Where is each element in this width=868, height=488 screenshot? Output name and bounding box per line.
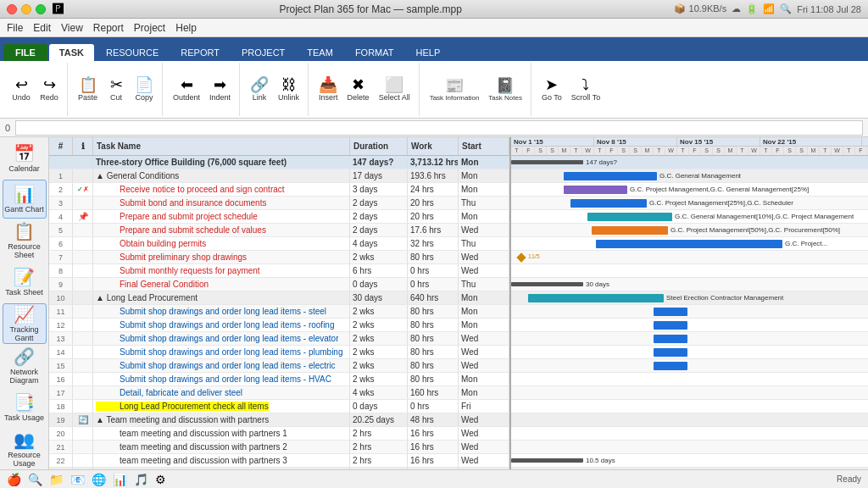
task-name[interactable]: Submit preliminary shop drawings — [93, 251, 350, 263]
table-row[interactable]: 20team meeting and discussion with partn… — [49, 427, 509, 441]
th-duration[interactable]: Duration — [350, 137, 408, 155]
th-start[interactable]: Start — [459, 137, 509, 155]
table-row[interactable]: 16Submit shop drawings and order long le… — [49, 373, 509, 386]
gantt-bar — [654, 321, 687, 330]
tab-task[interactable]: TASK — [49, 44, 94, 61]
table-row[interactable]: 12Submit shop drawings and order long le… — [49, 319, 509, 332]
task-name[interactable]: team meeting and discussion with partner… — [93, 454, 350, 467]
sidebar-item-task-usage[interactable]: 📑 Task Usage — [3, 388, 47, 427]
indent-button[interactable]: ➡ Indent — [206, 75, 234, 103]
table-row[interactable]: 6Obtain building permits4 days32 hrsThu — [49, 237, 509, 251]
sidebar-item-calendar[interactable]: 📅 Calendar — [3, 139, 47, 178]
task-name[interactable]: Three-story Office Building (76,000 squa… — [93, 156, 350, 169]
table-row[interactable]: 7Submit preliminary shop drawings2 wks80… — [49, 251, 509, 264]
gantt-row: 10.5 days — [511, 454, 868, 468]
table-row[interactable]: 10▲ Long Lead Procurement30 days640 hrsM… — [49, 291, 509, 305]
task-name[interactable]: Submit bond and insurance documents — [93, 197, 350, 209]
select-all-button[interactable]: ⬜ Select All — [376, 75, 414, 103]
table-row[interactable]: 19🔄▲ Team meeting and discussion with pa… — [49, 413, 509, 427]
table-row[interactable]: 3Submit bond and insurance documents2 da… — [49, 197, 509, 210]
task-name[interactable]: Receive notice to proceed and sign contr… — [93, 183, 350, 196]
table-row[interactable]: 1▲ General Conditions17 days193.6 hrsMon — [49, 169, 509, 183]
menu-item-help[interactable]: Help — [175, 22, 197, 34]
close-button[interactable] — [7, 4, 17, 14]
sidebar-item-gantt[interactable]: 📊 Gantt Chart — [3, 180, 47, 219]
copy-button[interactable]: 📄 Copy — [131, 75, 157, 103]
task-name[interactable]: Submit shop drawings and order long lead… — [93, 332, 350, 345]
menu-item-edit[interactable]: Edit — [33, 22, 51, 34]
task-name[interactable]: Submit monthly requests for payment — [93, 264, 350, 277]
unlink-button[interactable]: ⛓ Unlink — [275, 75, 303, 103]
table-row[interactable]: 17Detail, fabricate and deliver steel4 w… — [49, 386, 509, 400]
insert-button[interactable]: 📥 Insert — [315, 75, 342, 103]
tab-project[interactable]: PROJECT — [231, 44, 295, 61]
task-duration: 2 hrs — [350, 454, 408, 467]
task-name[interactable]: Submit shop drawings and order long lead… — [93, 359, 350, 372]
task-name[interactable]: Detail, fabricate and deliver steel — [93, 386, 350, 399]
delete-button[interactable]: ✖ Delete — [344, 75, 373, 103]
tab-format[interactable]: FORMAT — [345, 44, 404, 61]
table-row[interactable]: Three-story Office Building (76,000 squa… — [49, 156, 509, 169]
undo-button[interactable]: ↩ Undo — [8, 75, 34, 103]
table-row[interactable]: 13Submit shop drawings and order long le… — [49, 332, 509, 346]
outdent-button[interactable]: ⬅ Outdent — [170, 75, 203, 103]
scroll-to-button[interactable]: ⤵ Scroll To — [568, 75, 604, 103]
menu-item-view[interactable]: View — [61, 22, 83, 34]
task-name[interactable]: Prepare and submit project schedule — [93, 210, 350, 223]
maximize-button[interactable] — [36, 4, 46, 14]
th-work[interactable]: Work — [408, 137, 459, 155]
ribbon-group-undo: ↩ Undo ↪ Redo — [3, 63, 68, 116]
task-name[interactable]: ▲ Long Lead Procurement — [93, 291, 350, 304]
tab-resource[interactable]: RESOURCE — [96, 44, 169, 61]
table-row[interactable]: 14Submit shop drawings and order long le… — [49, 346, 509, 359]
task-name[interactable]: Final General Condition — [93, 278, 350, 291]
task-name[interactable]: team meeting and discussion with partner… — [93, 441, 350, 453]
sidebar-item-network-diagram[interactable]: 🔗 Network Diagram — [3, 346, 47, 386]
sidebar-item-resource-usage[interactable]: 👥 Resource Usage — [3, 429, 47, 469]
table-row[interactable]: 8Submit monthly requests for payment6 hr… — [49, 264, 509, 278]
table-row[interactable]: 9Final General Condition0 days0 hrsThu — [49, 278, 509, 291]
gantt-row — [511, 373, 868, 386]
table-row[interactable]: 11Submit shop drawings and order long le… — [49, 305, 509, 319]
table-row[interactable]: 23▲ Mobilize on Site10.5 days104 hrsThu — [49, 468, 509, 469]
table-row[interactable]: 2✓✗Receive notice to proceed and sign co… — [49, 183, 509, 197]
sidebar-item-task-sheet[interactable]: 📝 Task Sheet — [3, 263, 47, 302]
task-name[interactable]: Obtain building permits — [93, 237, 350, 250]
paste-button[interactable]: 📋 Paste — [75, 75, 101, 103]
task-name[interactable]: ▲ General Conditions — [93, 169, 350, 182]
link-button[interactable]: 🔗 Link — [247, 75, 272, 103]
tab-report[interactable]: REPORT — [170, 44, 230, 61]
tab-team[interactable]: TEAM — [297, 44, 343, 61]
task-name[interactable]: Long Lead Procurement check all items — [93, 400, 350, 413]
table-row[interactable]: 15Submit shop drawings and order long le… — [49, 359, 509, 373]
table-row[interactable]: 21team meeting and discussion with partn… — [49, 441, 509, 454]
task-duration: 2 wks — [350, 359, 408, 372]
menu-item-report[interactable]: Report — [93, 22, 124, 34]
task-notes-button[interactable]: 📓 Task Notes — [485, 76, 526, 103]
task-name[interactable]: Submit shop drawings and order long lead… — [93, 319, 350, 331]
table-row[interactable]: 4📌Prepare and submit project schedule2 d… — [49, 210, 509, 224]
task-name[interactable]: Submit shop drawings and order long lead… — [93, 346, 350, 358]
redo-button[interactable]: ↪ Redo — [36, 75, 62, 103]
menu-item-project[interactable]: Project — [134, 22, 165, 34]
formula-input[interactable] — [15, 120, 863, 136]
task-name[interactable]: Submit shop drawings and order long lead… — [93, 305, 350, 318]
task-name[interactable]: Prepare and submit schedule of values — [93, 224, 350, 236]
tab-file[interactable]: FILE — [3, 44, 47, 61]
table-row[interactable]: 5Prepare and submit schedule of values2 … — [49, 224, 509, 237]
tab-help[interactable]: HELP — [406, 44, 451, 61]
th-task-name[interactable]: Task Name — [93, 137, 350, 155]
task-name[interactable]: Submit shop drawings and order long lead… — [93, 373, 350, 385]
menu-item-file[interactable]: File — [7, 22, 23, 34]
sidebar-item-resource-sheet[interactable]: 📋 Resource Sheet — [3, 220, 47, 261]
table-row[interactable]: 18Long Lead Procurement check all items0… — [49, 400, 509, 413]
task-information-button[interactable]: 📰 Task Information — [426, 76, 483, 103]
cut-button[interactable]: ✂ Cut — [103, 75, 129, 103]
sidebar-item-tracking-gantt[interactable]: 📈 TrackingGantt — [3, 303, 47, 344]
task-name[interactable]: team meeting and discussion with partner… — [93, 427, 350, 440]
table-row[interactable]: 22team meeting and discussion with partn… — [49, 454, 509, 468]
go-to-button[interactable]: ➤ Go To — [538, 75, 565, 103]
minimize-button[interactable] — [21, 4, 31, 14]
task-name[interactable]: ▲ Team meeting and discussion with partn… — [93, 413, 350, 426]
task-name[interactable]: ▲ Mobilize on Site — [93, 468, 350, 469]
